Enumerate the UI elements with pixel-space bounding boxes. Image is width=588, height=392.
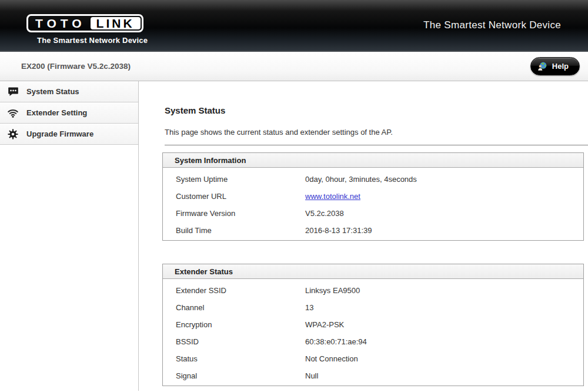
sidebar-item-upgrade-firmware[interactable]: Upgrade Firmware	[0, 124, 138, 145]
row-value: 13	[305, 303, 313, 312]
page-title: System Status	[165, 105, 588, 115]
row-label: Extender SSID	[163, 286, 305, 295]
extender-status-panel: Extender Status Extender SSID Linksys EA…	[162, 264, 584, 386]
row-value: Not Connection	[305, 354, 358, 363]
page-description: This page shows the current status and e…	[165, 128, 588, 137]
row-value: 60:38:e0:71:ae:94	[305, 337, 367, 346]
main-content: System Status This page shows the curren…	[139, 81, 588, 391]
chat-icon	[7, 86, 19, 98]
panel-rows: System Uptime 0day, 0hour, 3minutes, 4se…	[163, 168, 583, 240]
row-value: Null	[305, 371, 318, 380]
app-header: TOTO LINK The Smartest Network Device Th…	[0, 0, 588, 52]
table-row: Extender SSID Linksys EA9500	[163, 282, 583, 299]
help-button[interactable]: Help	[530, 57, 580, 75]
sidebar-item-extender-setting[interactable]: Extender Setting	[0, 102, 138, 124]
logo-box: TOTO LINK	[26, 14, 143, 32]
page: TOTO LINK The Smartest Network Device Th…	[0, 0, 588, 392]
help-button-label: Help	[552, 62, 569, 71]
row-value: Linksys EA9500	[305, 286, 360, 295]
panel-header: Extender Status	[163, 264, 583, 279]
sidebar-item-label: Upgrade Firmware	[26, 129, 93, 138]
wifi-icon	[7, 107, 19, 119]
row-label: Customer URL	[163, 192, 305, 201]
device-firmware-label: EX200 (Firmware V5.2c.2038)	[21, 62, 131, 71]
table-row: Firmware Version V5.2c.2038	[163, 205, 583, 222]
panel-header: System Information	[163, 153, 583, 168]
help-globe-person-icon	[537, 61, 547, 72]
row-label: Build Time	[163, 226, 305, 235]
sidebar-item-label: Extender Setting	[26, 108, 87, 117]
row-value: 2016-8-13 17:31:39	[305, 226, 372, 235]
body: System Status Extender Setting	[0, 81, 588, 391]
row-label: System Uptime	[163, 175, 305, 184]
table-row: Signal Null	[163, 367, 583, 384]
totolink-logo: TOTO LINK The Smartest Network Device	[26, 14, 148, 45]
gear-icon	[7, 128, 19, 140]
table-row: BSSID 60:38:e0:71:ae:94	[163, 333, 583, 350]
subheader-bar: EX200 (Firmware V5.2c.2038) Help	[0, 52, 588, 81]
row-label: Channel	[163, 303, 305, 312]
sidebar-item-label: System Status	[26, 87, 79, 96]
divider	[165, 145, 588, 145]
customer-url-link[interactable]: www.totolink.net	[305, 192, 360, 201]
table-row: Encryption WPA2-PSK	[163, 316, 583, 333]
table-row: Status Not Connection	[163, 350, 583, 367]
row-label: Encryption	[163, 320, 305, 329]
row-label: BSSID	[163, 337, 305, 346]
table-row: Channel 13	[163, 299, 583, 316]
sidebar-item-system-status[interactable]: System Status	[0, 81, 138, 102]
table-row: Customer URL www.totolink.net	[163, 188, 583, 205]
table-row: Build Time 2016-8-13 17:31:39	[163, 222, 583, 239]
panel-rows: Extender SSID Linksys EA9500 Channel 13 …	[163, 279, 583, 386]
row-label: Status	[163, 354, 305, 363]
logo-link-text: LINK	[91, 17, 141, 29]
logo-tagline: The Smartest Network Device	[37, 36, 148, 45]
table-row: System Uptime 0day, 0hour, 3minutes, 4se…	[163, 171, 583, 188]
logo-toto-text: TOTO	[28, 16, 89, 31]
row-value: V5.2c.2038	[305, 209, 344, 218]
row-label: Firmware Version	[163, 209, 305, 218]
row-value: 0day, 0hour, 3minutes, 4seconds	[305, 175, 417, 184]
system-information-panel: System Information System Uptime 0day, 0…	[162, 152, 584, 241]
row-label: Signal	[163, 371, 305, 380]
sidebar: System Status Extender Setting	[0, 81, 139, 391]
row-value: WPA2-PSK	[305, 320, 344, 329]
header-tagline: The Smartest Network Device	[423, 19, 561, 31]
